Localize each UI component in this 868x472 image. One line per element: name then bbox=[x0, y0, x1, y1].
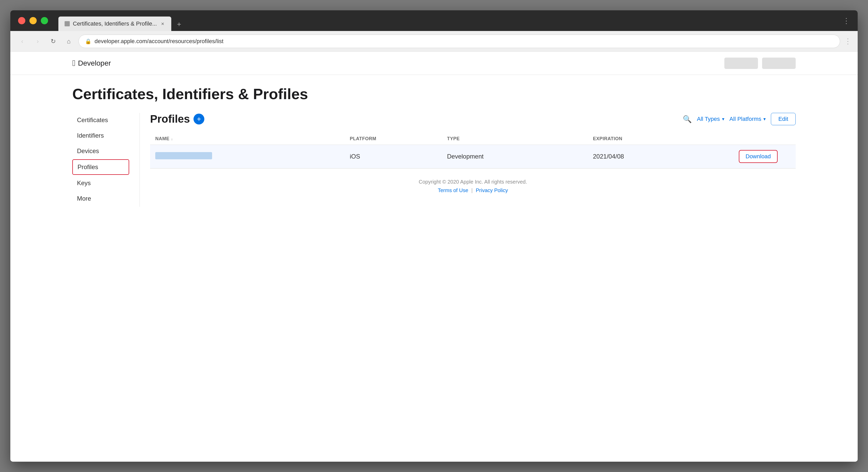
privacy-policy-link[interactable]: Privacy Policy bbox=[476, 187, 508, 193]
search-icon[interactable]: 🔍 bbox=[683, 115, 692, 123]
all-types-label: All Types bbox=[697, 116, 720, 122]
tab-close-button[interactable]: ✕ bbox=[160, 21, 165, 26]
col-header-platform: PLATFORM bbox=[350, 136, 447, 141]
profiles-table: NAME ↓ PLATFORM TYPE EXPIRATION bbox=[150, 133, 796, 168]
forward-button[interactable]: › bbox=[32, 36, 43, 47]
profiles-header: Profiles + 🔍 All Types ▾ All Platforms bbox=[150, 113, 796, 125]
close-traffic-light[interactable] bbox=[18, 17, 25, 24]
active-tab[interactable]: Certificates, Identifiers & Profile... ✕ bbox=[58, 17, 171, 31]
sidebar-item-identifiers[interactable]: Identifiers bbox=[72, 128, 129, 143]
url-text: developer.apple.com/account/resources/pr… bbox=[95, 38, 223, 45]
address-bar[interactable]: 🔒 developer.apple.com/account/resources/… bbox=[79, 35, 840, 48]
minimize-traffic-light[interactable] bbox=[29, 17, 37, 24]
content-panel: Profiles + 🔍 All Types ▾ All Platforms bbox=[140, 113, 796, 207]
browser-window: Certificates, Identifiers & Profile... ✕… bbox=[10, 10, 858, 462]
home-button[interactable]: ⌂ bbox=[63, 36, 74, 47]
sidebar-item-profiles[interactable]: Profiles bbox=[72, 159, 129, 175]
page-title: Certificates, Identifiers & Profiles bbox=[72, 85, 796, 102]
col-name-label: NAME bbox=[155, 136, 169, 141]
cell-name bbox=[155, 152, 350, 161]
tab-title: Certificates, Identifiers & Profile... bbox=[73, 21, 157, 27]
table-header: NAME ↓ PLATFORM TYPE EXPIRATION bbox=[150, 133, 796, 145]
terms-of-use-link[interactable]: Terms of Use bbox=[438, 187, 468, 193]
browser-menu-button[interactable]: ⋮ bbox=[843, 17, 850, 25]
maximize-traffic-light[interactable] bbox=[41, 17, 48, 24]
lock-icon: 🔒 bbox=[85, 38, 91, 44]
all-types-chevron-icon: ▾ bbox=[722, 116, 724, 122]
filter-area: 🔍 All Types ▾ All Platforms ▾ Edit bbox=[683, 113, 796, 125]
apple-header:  Developer bbox=[10, 52, 858, 75]
sidebar-item-devices[interactable]: Devices bbox=[72, 144, 129, 158]
edit-button[interactable]: Edit bbox=[771, 113, 796, 125]
all-platforms-dropdown[interactable]: All Platforms ▾ bbox=[730, 116, 766, 122]
back-button[interactable]: ‹ bbox=[17, 36, 28, 47]
main-layout: Certificates, Identifiers & Profiles Cer… bbox=[10, 75, 858, 462]
add-profile-button[interactable]: + bbox=[193, 114, 204, 124]
table-row: iOS Development 2021/04/08 Download bbox=[150, 145, 796, 168]
footer-links: Terms of Use | Privacy Policy bbox=[150, 187, 796, 193]
sidebar-item-keys[interactable]: Keys bbox=[72, 176, 129, 190]
all-platforms-chevron-icon: ▾ bbox=[764, 116, 766, 122]
copyright-text: Copyright © 2020 Apple Inc. All rights r… bbox=[419, 179, 527, 185]
sort-arrow-icon: ↓ bbox=[171, 137, 173, 141]
all-types-dropdown[interactable]: All Types ▾ bbox=[697, 116, 724, 122]
footer-separator: | bbox=[471, 187, 473, 193]
tab-favicon bbox=[65, 21, 70, 26]
sidebar-item-more[interactable]: More bbox=[72, 191, 129, 206]
sidebar: Certificates Identifiers Devices Profile… bbox=[72, 113, 140, 207]
col-header-action bbox=[739, 136, 790, 141]
traffic-lights bbox=[18, 17, 48, 24]
profiles-title-area: Profiles + bbox=[150, 113, 204, 125]
new-tab-button[interactable]: + bbox=[173, 19, 185, 30]
apple-icon:  bbox=[72, 58, 75, 68]
download-button[interactable]: Download bbox=[739, 150, 778, 163]
nav-bar: ‹ › ↻ ⌂ 🔒 developer.apple.com/account/re… bbox=[10, 31, 858, 52]
col-header-name[interactable]: NAME ↓ bbox=[155, 136, 350, 141]
all-platforms-label: All Platforms bbox=[730, 116, 761, 122]
tab-bar: Certificates, Identifiers & Profile... ✕… bbox=[58, 10, 838, 31]
col-header-expiration: EXPIRATION bbox=[593, 136, 739, 141]
header-btn-2[interactable] bbox=[762, 58, 796, 69]
header-btn-1[interactable] bbox=[724, 58, 758, 69]
name-placeholder bbox=[155, 152, 212, 159]
page-footer: Copyright © 2020 Apple Inc. All rights r… bbox=[150, 168, 796, 201]
browser-options-button[interactable]: ⋮ bbox=[844, 37, 851, 45]
developer-label: Developer bbox=[78, 59, 111, 67]
profiles-title: Profiles bbox=[150, 113, 190, 125]
refresh-button[interactable]: ↻ bbox=[48, 36, 59, 47]
col-header-type: TYPE bbox=[447, 136, 593, 141]
sidebar-item-certificates[interactable]: Certificates bbox=[72, 113, 129, 127]
page-content:  Developer Certificates, Identifiers & … bbox=[10, 52, 858, 462]
cell-platform: iOS bbox=[350, 153, 447, 160]
apple-logo:  Developer bbox=[72, 58, 111, 68]
cell-expiration: 2021/04/08 bbox=[593, 153, 739, 160]
cell-type: Development bbox=[447, 153, 593, 160]
content-area: Certificates Identifiers Devices Profile… bbox=[72, 113, 796, 207]
header-actions bbox=[724, 58, 796, 69]
title-bar: Certificates, Identifiers & Profile... ✕… bbox=[10, 10, 858, 31]
